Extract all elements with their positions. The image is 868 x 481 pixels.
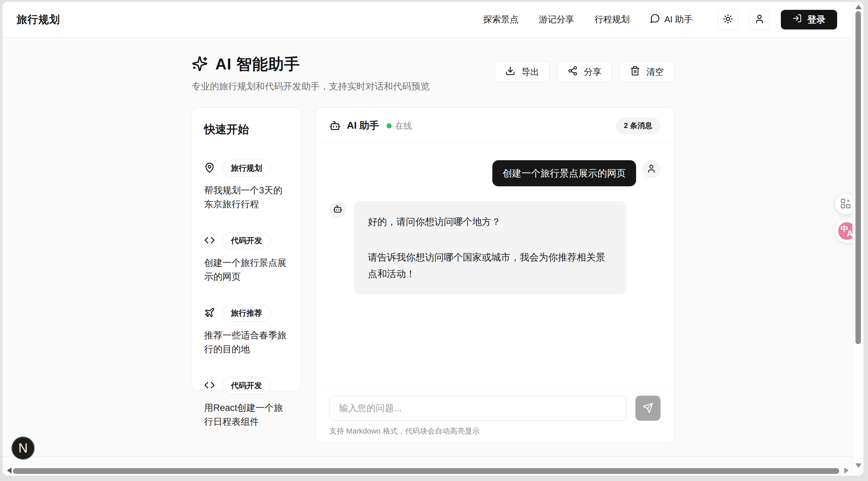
category-badge: 旅行规划 bbox=[222, 160, 271, 177]
main-content: AI 智能助手 专业的旅行规划和代码开发助手，支持实时对话和代码预览 导出 bbox=[2, 38, 864, 457]
quickstart-item-text: 用React创建一个旅行日程表组件 bbox=[204, 401, 289, 428]
login-label: 登录 bbox=[807, 14, 826, 26]
sparkles-icon bbox=[192, 56, 208, 73]
map-pin-icon bbox=[204, 162, 215, 174]
header-actions: 导出 分享 清空 bbox=[495, 61, 674, 82]
nav-link-explore[interactable]: 探索景点 bbox=[483, 14, 518, 25]
quickstart-item-travel-plan[interactable]: 旅行规划 帮我规划一个3天的东京旅行行程 bbox=[204, 160, 289, 211]
theme-toggle-button[interactable] bbox=[718, 9, 738, 30]
profile-button[interactable] bbox=[749, 9, 770, 30]
share-button[interactable]: 分享 bbox=[557, 61, 612, 82]
nav-actions: 登录 bbox=[718, 9, 837, 30]
nav-link-label: 游记分享 bbox=[539, 14, 574, 25]
send-button[interactable] bbox=[635, 396, 660, 421]
category-badge: 代码开发 bbox=[222, 232, 271, 249]
assistant-message-row: 好的，请问你想访问哪个地方？ 请告诉我你想访问哪个国家或城市，我会为你推荐相关景… bbox=[329, 201, 660, 294]
clear-button[interactable]: 清空 bbox=[619, 61, 674, 82]
nav-link-travelogue[interactable]: 游记分享 bbox=[539, 14, 574, 25]
bot-icon bbox=[329, 120, 341, 131]
trash-icon bbox=[630, 66, 640, 78]
grid-sparkle-icon bbox=[840, 198, 851, 210]
bot-icon bbox=[333, 204, 342, 215]
scroll-right-arrow-icon[interactable] bbox=[844, 467, 849, 474]
chat-input-area: 支持 Markdown 格式，代码块会自动高亮显示 bbox=[316, 386, 674, 442]
horizontal-scrollbar-thumb[interactable] bbox=[13, 468, 839, 474]
vertical-scrollbar[interactable] bbox=[852, 2, 864, 476]
assistant-message-paragraph: 请告诉我你想访问哪个国家或城市，我会为你推荐相关景点和活动！ bbox=[368, 249, 612, 282]
quickstart-panel: 快速开始 旅行规划 帮我规划一个3天的东京旅行行程 bbox=[192, 107, 301, 391]
sun-icon bbox=[723, 14, 733, 25]
quickstart-item-travel-recommend[interactable]: 旅行推荐 推荐一些适合春季旅行的目的地 bbox=[204, 305, 289, 356]
plane-icon bbox=[204, 307, 215, 319]
scroll-down-arrow-icon[interactable] bbox=[855, 463, 862, 468]
nav-link-ai-assistant[interactable]: AI 助手 bbox=[650, 13, 693, 26]
assistant-message-paragraph: 好的，请问你想访问哪个地方？ bbox=[368, 213, 612, 230]
scroll-left-arrow-icon[interactable] bbox=[7, 467, 12, 474]
code-icon bbox=[204, 235, 215, 247]
code-icon bbox=[204, 380, 215, 392]
category-badge: 旅行推荐 bbox=[222, 305, 271, 322]
chat-input[interactable] bbox=[329, 396, 627, 421]
clear-label: 清空 bbox=[646, 66, 664, 78]
quickstart-item-react-component[interactable]: 代码开发 用React创建一个旅行日程表组件 bbox=[204, 377, 289, 428]
nav-link-label: 行程规划 bbox=[594, 14, 630, 25]
quickstart-item-code-webpage[interactable]: 代码开发 创建一个旅行景点展示的网页 bbox=[204, 232, 289, 284]
quickstart-item-text: 创建一个旅行景点展示的网页 bbox=[204, 256, 289, 284]
dev-tools-badge[interactable]: N bbox=[12, 437, 35, 460]
page-title: AI 智能助手 bbox=[215, 54, 300, 75]
share-icon bbox=[568, 66, 578, 78]
send-icon bbox=[643, 402, 653, 414]
assistant-avatar bbox=[329, 201, 346, 218]
page-header: AI 智能助手 专业的旅行规划和代码开发助手，支持实时对话和代码预览 导出 bbox=[192, 54, 674, 92]
category-badge: 代码开发 bbox=[222, 377, 271, 394]
login-icon bbox=[792, 14, 802, 25]
user-avatar bbox=[642, 160, 660, 179]
message-list: 创建一个旅行景点展示的网页 bbox=[316, 144, 674, 386]
vertical-scrollbar-thumb[interactable] bbox=[855, 11, 861, 344]
nav-link-itinerary[interactable]: 行程规划 bbox=[594, 14, 630, 25]
navbar: 旅行规划 探索景点 游记分享 行程规划 AI 助手 bbox=[2, 2, 864, 38]
quickstart-item-text: 帮我规划一个3天的东京旅行行程 bbox=[204, 184, 289, 211]
app-logo[interactable]: 旅行规划 bbox=[17, 13, 60, 27]
nav-link-label: 探索景点 bbox=[483, 14, 518, 25]
download-icon bbox=[505, 66, 515, 78]
scroll-up-arrow-icon[interactable] bbox=[855, 5, 862, 9]
chat-panel: AI 助手 在线 2 条消息 创建一个旅行景点展示的网页 bbox=[315, 107, 674, 443]
export-button[interactable]: 导出 bbox=[495, 61, 550, 82]
online-status-dot bbox=[387, 123, 392, 128]
user-message-bubble: 创建一个旅行景点展示的网页 bbox=[492, 160, 636, 186]
login-button[interactable]: 登录 bbox=[781, 10, 837, 29]
share-label: 分享 bbox=[584, 66, 601, 78]
assistant-message-bubble: 好的，请问你想访问哪个地方？ 请告诉我你想访问哪个国家或城市，我会为你推荐相关景… bbox=[354, 201, 627, 294]
quickstart-item-text: 推荐一些适合春季旅行的目的地 bbox=[204, 329, 289, 356]
page-subtitle: 专业的旅行规划和代码开发助手，支持实时对话和代码预览 bbox=[192, 80, 430, 92]
chat-bubble-icon bbox=[650, 13, 660, 26]
user-icon bbox=[754, 14, 765, 25]
export-label: 导出 bbox=[521, 66, 539, 78]
online-status-label: 在线 bbox=[395, 120, 412, 131]
nav-link-label: AI 助手 bbox=[664, 14, 693, 25]
user-message-row: 创建一个旅行景点展示的网页 bbox=[329, 160, 660, 186]
input-hint: 支持 Markdown 格式，代码块会自动高亮显示 bbox=[329, 426, 660, 436]
quickstart-title: 快速开始 bbox=[204, 122, 289, 137]
message-count-badge: 2 条消息 bbox=[616, 117, 660, 134]
nav-links: 探索景点 游记分享 行程规划 AI 助手 bbox=[483, 13, 693, 26]
chat-title: AI 助手 bbox=[347, 119, 379, 132]
user-icon bbox=[647, 164, 656, 175]
browser-window: 旅行规划 探索景点 游记分享 行程规划 AI 助手 bbox=[2, 1, 864, 476]
chat-header: AI 助手 在线 2 条消息 bbox=[316, 108, 674, 144]
